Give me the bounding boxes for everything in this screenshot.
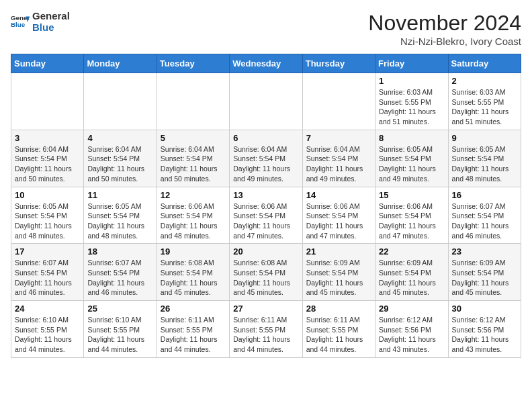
- day-info: Sunrise: 6:07 AM Sunset: 5:54 PM Dayligh…: [87, 258, 152, 298]
- day-info: Sunrise: 6:04 AM Sunset: 5:54 PM Dayligh…: [233, 144, 298, 184]
- table-row: 8Sunrise: 6:05 AM Sunset: 5:54 PM Daylig…: [375, 130, 448, 187]
- day-number: 18: [87, 246, 152, 257]
- header-wednesday: Wednesday: [230, 54, 302, 73]
- day-info: Sunrise: 6:10 AM Sunset: 5:55 PM Dayligh…: [87, 315, 152, 355]
- weekday-header-row: Sunday Monday Tuesday Wednesday Thursday…: [11, 54, 521, 73]
- table-row: 10Sunrise: 6:05 AM Sunset: 5:54 PM Dayli…: [11, 187, 84, 244]
- calendar-week-4: 17Sunrise: 6:07 AM Sunset: 5:54 PM Dayli…: [11, 244, 521, 301]
- table-row: 5Sunrise: 6:04 AM Sunset: 5:54 PM Daylig…: [157, 130, 229, 187]
- table-row: 30Sunrise: 6:12 AM Sunset: 5:56 PM Dayli…: [448, 301, 521, 358]
- table-row: 28Sunrise: 6:11 AM Sunset: 5:55 PM Dayli…: [302, 301, 375, 358]
- table-row: 7Sunrise: 6:04 AM Sunset: 5:54 PM Daylig…: [302, 130, 375, 187]
- day-info: Sunrise: 6:08 AM Sunset: 5:54 PM Dayligh…: [161, 258, 226, 298]
- table-row: 12Sunrise: 6:06 AM Sunset: 5:54 PM Dayli…: [157, 187, 229, 244]
- table-row: 9Sunrise: 6:05 AM Sunset: 5:54 PM Daylig…: [448, 130, 521, 187]
- day-number: 23: [452, 246, 517, 257]
- day-info: Sunrise: 6:04 AM Sunset: 5:54 PM Dayligh…: [161, 144, 226, 184]
- day-number: 1: [379, 76, 444, 86]
- day-number: 8: [379, 133, 444, 143]
- day-info: Sunrise: 6:05 AM Sunset: 5:54 PM Dayligh…: [87, 201, 152, 241]
- day-number: 14: [306, 190, 371, 200]
- day-info: Sunrise: 6:03 AM Sunset: 5:55 PM Dayligh…: [452, 87, 517, 127]
- day-info: Sunrise: 6:11 AM Sunset: 5:55 PM Dayligh…: [233, 315, 298, 355]
- table-row: 18Sunrise: 6:07 AM Sunset: 5:54 PM Dayli…: [84, 244, 157, 301]
- day-number: 24: [15, 304, 80, 314]
- day-number: 3: [15, 133, 80, 143]
- day-number: 4: [87, 133, 152, 143]
- calendar-week-2: 3Sunrise: 6:04 AM Sunset: 5:54 PM Daylig…: [11, 130, 521, 187]
- day-number: 6: [233, 133, 298, 143]
- table-row: 29Sunrise: 6:12 AM Sunset: 5:56 PM Dayli…: [375, 301, 448, 358]
- table-row: 23Sunrise: 6:09 AM Sunset: 5:54 PM Dayli…: [448, 244, 521, 301]
- day-number: 25: [87, 304, 152, 314]
- table-row: 13Sunrise: 6:06 AM Sunset: 5:54 PM Dayli…: [230, 187, 302, 244]
- table-row: 4Sunrise: 6:04 AM Sunset: 5:54 PM Daylig…: [84, 130, 157, 187]
- table-row: 25Sunrise: 6:10 AM Sunset: 5:55 PM Dayli…: [84, 301, 157, 358]
- day-info: Sunrise: 6:05 AM Sunset: 5:54 PM Dayligh…: [379, 144, 444, 184]
- day-info: Sunrise: 6:07 AM Sunset: 5:54 PM Dayligh…: [452, 201, 517, 241]
- logo-blue: Blue: [32, 21, 54, 33]
- day-number: 13: [233, 190, 298, 200]
- day-number: 26: [161, 304, 226, 314]
- table-row: 11Sunrise: 6:05 AM Sunset: 5:54 PM Dayli…: [84, 187, 157, 244]
- day-number: 27: [233, 304, 298, 314]
- day-number: 22: [379, 246, 444, 257]
- day-info: Sunrise: 6:10 AM Sunset: 5:55 PM Dayligh…: [15, 315, 80, 355]
- day-number: 19: [161, 246, 226, 257]
- day-number: 2: [452, 76, 517, 86]
- table-row: [11, 73, 84, 130]
- table-row: 27Sunrise: 6:11 AM Sunset: 5:55 PM Dayli…: [230, 301, 302, 358]
- table-row: 22Sunrise: 6:09 AM Sunset: 5:54 PM Dayli…: [375, 244, 448, 301]
- day-number: 28: [306, 304, 371, 314]
- header-monday: Monday: [84, 54, 157, 73]
- day-info: Sunrise: 6:03 AM Sunset: 5:55 PM Dayligh…: [379, 87, 444, 127]
- table-row: 20Sunrise: 6:08 AM Sunset: 5:54 PM Dayli…: [230, 244, 302, 301]
- table-row: 14Sunrise: 6:06 AM Sunset: 5:54 PM Dayli…: [302, 187, 375, 244]
- day-info: Sunrise: 6:04 AM Sunset: 5:54 PM Dayligh…: [15, 144, 80, 184]
- day-info: Sunrise: 6:11 AM Sunset: 5:55 PM Dayligh…: [161, 315, 226, 355]
- logo-general: General: [32, 10, 70, 21]
- table-row: [157, 73, 229, 130]
- calendar-week-5: 24Sunrise: 6:10 AM Sunset: 5:55 PM Dayli…: [11, 301, 521, 358]
- day-info: Sunrise: 6:12 AM Sunset: 5:56 PM Dayligh…: [452, 315, 517, 355]
- day-number: 9: [452, 133, 517, 143]
- day-info: Sunrise: 6:05 AM Sunset: 5:54 PM Dayligh…: [15, 201, 80, 241]
- day-info: Sunrise: 6:06 AM Sunset: 5:54 PM Dayligh…: [161, 201, 226, 241]
- day-info: Sunrise: 6:09 AM Sunset: 5:54 PM Dayligh…: [306, 258, 371, 298]
- day-info: Sunrise: 6:07 AM Sunset: 5:54 PM Dayligh…: [15, 258, 80, 298]
- table-row: [302, 73, 375, 130]
- table-row: 26Sunrise: 6:11 AM Sunset: 5:55 PM Dayli…: [157, 301, 229, 358]
- day-number: 5: [161, 133, 226, 143]
- day-number: 7: [306, 133, 371, 143]
- header-friday: Friday: [375, 54, 448, 73]
- header-sunday: Sunday: [11, 54, 84, 73]
- title-block: November 2024 Nzi-Nzi-Blekro, Ivory Coas…: [368, 11, 521, 47]
- day-number: 20: [233, 246, 298, 257]
- calendar-week-3: 10Sunrise: 6:05 AM Sunset: 5:54 PM Dayli…: [11, 187, 521, 244]
- day-number: 12: [161, 190, 226, 200]
- table-row: 1Sunrise: 6:03 AM Sunset: 5:55 PM Daylig…: [375, 73, 448, 130]
- table-row: 15Sunrise: 6:06 AM Sunset: 5:54 PM Dayli…: [375, 187, 448, 244]
- day-info: Sunrise: 6:04 AM Sunset: 5:54 PM Dayligh…: [87, 144, 152, 184]
- day-info: Sunrise: 6:08 AM Sunset: 5:54 PM Dayligh…: [233, 258, 298, 298]
- logo: General Blue General Blue: [11, 11, 70, 33]
- calendar-week-1: 1Sunrise: 6:03 AM Sunset: 5:55 PM Daylig…: [11, 73, 521, 130]
- day-info: Sunrise: 6:06 AM Sunset: 5:54 PM Dayligh…: [379, 201, 444, 241]
- day-number: 17: [15, 246, 80, 257]
- day-info: Sunrise: 6:04 AM Sunset: 5:54 PM Dayligh…: [306, 144, 371, 184]
- day-number: 29: [379, 304, 444, 314]
- header-thursday: Thursday: [302, 54, 375, 73]
- table-row: 2Sunrise: 6:03 AM Sunset: 5:55 PM Daylig…: [448, 73, 521, 130]
- day-number: 21: [306, 246, 371, 257]
- table-row: [230, 73, 302, 130]
- svg-text:Blue: Blue: [11, 21, 26, 28]
- day-info: Sunrise: 6:05 AM Sunset: 5:54 PM Dayligh…: [452, 144, 517, 184]
- day-number: 11: [87, 190, 152, 200]
- header-tuesday: Tuesday: [157, 54, 229, 73]
- table-row: 21Sunrise: 6:09 AM Sunset: 5:54 PM Dayli…: [302, 244, 375, 301]
- table-row: 17Sunrise: 6:07 AM Sunset: 5:54 PM Dayli…: [11, 244, 84, 301]
- table-row: 16Sunrise: 6:07 AM Sunset: 5:54 PM Dayli…: [448, 187, 521, 244]
- table-row: 3Sunrise: 6:04 AM Sunset: 5:54 PM Daylig…: [11, 130, 84, 187]
- location: Nzi-Nzi-Blekro, Ivory Coast: [368, 36, 521, 47]
- day-info: Sunrise: 6:06 AM Sunset: 5:54 PM Dayligh…: [233, 201, 298, 241]
